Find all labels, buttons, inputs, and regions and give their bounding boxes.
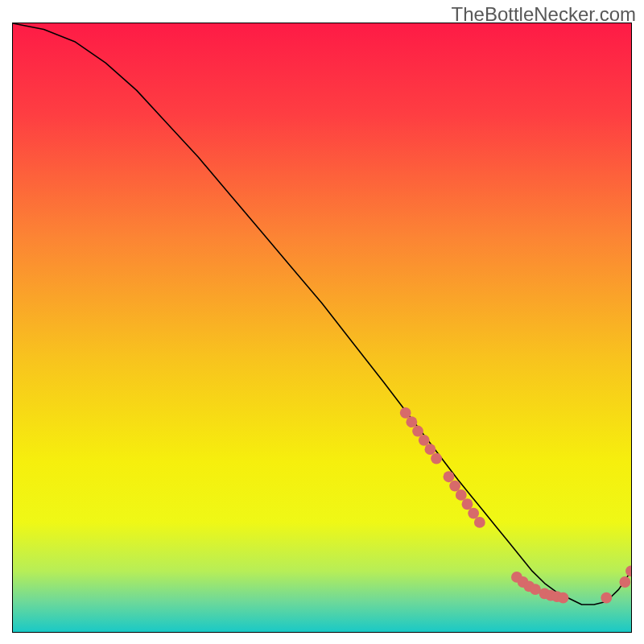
data-marker xyxy=(412,426,423,437)
data-marker xyxy=(431,453,442,464)
data-marker xyxy=(558,592,569,604)
data-marker xyxy=(406,416,417,427)
data-marker xyxy=(474,517,485,528)
data-marker xyxy=(444,471,455,482)
data-marker xyxy=(601,592,612,604)
data-marker xyxy=(424,444,436,455)
data-marker xyxy=(462,498,473,510)
svg-rect-0 xyxy=(13,23,631,632)
data-marker xyxy=(619,576,630,588)
data-marker xyxy=(419,435,430,446)
data-marker xyxy=(400,407,411,419)
data-marker xyxy=(456,489,467,501)
plot-area xyxy=(12,23,632,633)
data-marker xyxy=(468,508,479,519)
data-marker xyxy=(449,481,460,492)
chart-container: TheBottleNecker.com xyxy=(0,0,644,644)
chart-svg xyxy=(13,23,631,632)
watermark-text: TheBottleNecker.com xyxy=(452,3,636,26)
